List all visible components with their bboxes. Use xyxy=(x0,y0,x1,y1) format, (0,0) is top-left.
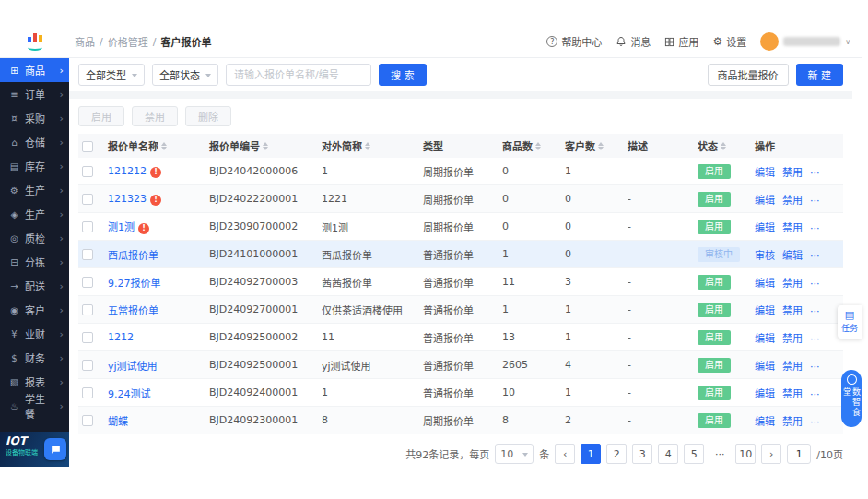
row-action-button[interactable]: 编辑 xyxy=(782,250,803,262)
page-button-2[interactable]: 2 xyxy=(606,444,627,464)
table-row[interactable]: 五常报价单BJD24092700001仅供茶适酒楼使用普通报价单11-启用编辑禁… xyxy=(78,296,843,324)
sidebar-item-customers[interactable]: ◉客户› xyxy=(0,298,69,322)
page-button-5[interactable]: 5 xyxy=(684,444,704,464)
brand-logo[interactable] xyxy=(0,26,69,57)
service-widget[interactable]: 数智食堂 xyxy=(841,370,862,427)
type-filter-select[interactable]: 全部类型 xyxy=(78,64,145,86)
quote-name-link[interactable]: 1212 xyxy=(108,331,134,343)
row-action-button[interactable]: 编辑 xyxy=(755,333,775,345)
user-menu[interactable]: ∨ xyxy=(760,32,850,51)
row-checkbox[interactable] xyxy=(82,194,93,205)
row-action-button[interactable]: 编辑 xyxy=(755,388,775,400)
page-jump-input[interactable] xyxy=(787,444,811,464)
row-checkbox[interactable] xyxy=(82,360,93,371)
row-action-button[interactable]: 禁用 xyxy=(782,305,803,317)
select-all-checkbox[interactable] xyxy=(82,141,93,152)
row-checkbox[interactable] xyxy=(82,277,93,288)
row-checkbox[interactable] xyxy=(82,249,93,260)
row-action-button[interactable]: 审核 xyxy=(755,250,775,262)
more-actions-button[interactable]: ··· xyxy=(810,250,820,262)
status-filter-select[interactable]: 全部状态 xyxy=(152,64,218,86)
quote-name-link[interactable]: 五常报价单 xyxy=(108,305,158,317)
sidebar-item-goods[interactable]: ⊞商品› xyxy=(0,58,69,82)
page-ellipsis[interactable]: ··· xyxy=(710,444,730,464)
more-actions-button[interactable]: ··· xyxy=(810,167,820,179)
table-row[interactable]: 西瓜报价单BJD24101000001西瓜报价单普通报价单10-审核中审核编辑·… xyxy=(78,241,843,268)
row-checkbox[interactable] xyxy=(82,332,93,343)
more-actions-button[interactable]: ··· xyxy=(810,361,820,373)
row-action-button[interactable]: 禁用 xyxy=(782,388,803,400)
sort-icon[interactable] xyxy=(535,139,541,153)
row-checkbox[interactable] xyxy=(82,166,93,177)
search-button[interactable]: 搜 索 xyxy=(379,64,427,86)
sidebar-item-purchase[interactable]: ¤采购› xyxy=(0,106,69,130)
settings-button[interactable]: ⚙ 设置 xyxy=(712,34,746,49)
row-action-button[interactable]: 编辑 xyxy=(755,305,775,317)
more-actions-button[interactable]: ··· xyxy=(810,278,820,290)
sidebar-item-production[interactable]: ⚙生产› xyxy=(0,178,69,202)
row-action-button[interactable]: 编辑 xyxy=(755,167,775,179)
row-action-button[interactable]: 禁用 xyxy=(782,195,803,207)
row-action-button[interactable]: 编辑 xyxy=(755,361,775,373)
more-actions-button[interactable]: ··· xyxy=(810,333,820,345)
quote-name-link[interactable]: 测1测 xyxy=(108,221,135,233)
row-action-button[interactable]: 编辑 xyxy=(755,195,775,207)
sidebar-item-orders[interactable]: ≡订单› xyxy=(0,82,69,106)
bulk-enable-button[interactable]: 启用 xyxy=(78,106,124,126)
sort-icon[interactable] xyxy=(598,139,604,153)
batch-quote-button[interactable]: 商品批量报价 xyxy=(708,64,789,86)
quote-name-link[interactable]: yj测试使用 xyxy=(108,361,158,373)
row-action-button[interactable]: 禁用 xyxy=(782,361,803,373)
column-header[interactable]: 客户数 xyxy=(561,138,624,153)
quote-name-link[interactable]: 9.24测试 xyxy=(108,388,151,400)
table-row[interactable]: 9.27报价单BJD24092700003茜茜报价单普通报价单113-启用编辑禁… xyxy=(78,268,843,296)
new-button[interactable]: 新 建 xyxy=(796,64,844,86)
table-row[interactable]: 9.24测试BJD240924000011普通报价单101-启用编辑禁用··· xyxy=(78,379,843,407)
sidebar-item-finance[interactable]: $财务› xyxy=(0,346,69,370)
breadcrumb-item-price-management[interactable]: 价格管理 xyxy=(108,34,148,49)
sort-icon[interactable] xyxy=(161,139,167,153)
column-header[interactable]: 对外简称 xyxy=(318,138,419,153)
more-actions-button[interactable]: ··· xyxy=(810,416,820,428)
quote-name-link[interactable]: 蝴蝶 xyxy=(108,416,128,428)
breadcrumb-item-goods[interactable]: 商品 xyxy=(75,34,95,49)
more-actions-button[interactable]: ··· xyxy=(810,305,820,317)
task-widget[interactable]: ▤ 任务 xyxy=(838,305,862,339)
row-action-button[interactable]: 编辑 xyxy=(755,278,775,290)
row-action-button[interactable]: 禁用 xyxy=(782,222,803,234)
apps-button[interactable]: 应用 xyxy=(664,34,698,49)
column-header[interactable]: 状态 xyxy=(694,138,751,153)
sort-icon[interactable] xyxy=(721,139,726,153)
bulk-delete-button[interactable]: 删除 xyxy=(185,106,231,126)
table-row[interactable]: 测1测!BJD23090700002测1测周期报价单00-启用编辑禁用··· xyxy=(78,213,843,241)
table-row[interactable]: 蝴蝶BJD240923000018周期报价单82-启用编辑禁用··· xyxy=(78,407,843,434)
sidebar-item-production-alt[interactable]: ◈生产› xyxy=(0,202,69,226)
sidebar-item-sorting[interactable]: ⊟分拣› xyxy=(0,250,69,274)
sidebar-item-business-finance[interactable]: ¥业财› xyxy=(0,322,69,346)
quote-name-link[interactable]: 121212 xyxy=(108,165,147,177)
column-header[interactable]: 报价单名称 xyxy=(104,138,205,153)
sidebar-item-quality[interactable]: ◎质检› xyxy=(0,226,69,250)
row-action-button[interactable]: 编辑 xyxy=(755,222,775,234)
table-row[interactable]: 121212!BJD240420000061周期报价单01-启用编辑禁用··· xyxy=(78,158,843,185)
quote-name-link[interactable]: 9.27报价单 xyxy=(108,278,161,290)
row-action-button[interactable]: 禁用 xyxy=(782,333,803,345)
sidebar-item-inventory[interactable]: ▤库存› xyxy=(0,154,69,178)
bulk-disable-button[interactable]: 禁用 xyxy=(132,106,178,126)
row-action-button[interactable]: 禁用 xyxy=(782,278,803,290)
column-header[interactable]: 商品数 xyxy=(499,138,561,153)
row-action-button[interactable]: 禁用 xyxy=(782,416,803,428)
page-button-10[interactable]: 10 xyxy=(735,444,756,464)
row-checkbox[interactable] xyxy=(82,415,93,426)
column-header[interactable]: 报价单编号 xyxy=(205,138,318,153)
iot-chat-button[interactable] xyxy=(44,438,66,460)
help-center-button[interactable]: ? 帮助中心 xyxy=(546,34,602,49)
quote-name-link[interactable]: 121323 xyxy=(108,193,147,205)
row-checkbox[interactable] xyxy=(82,221,93,232)
page-button-1[interactable]: 1 xyxy=(581,444,601,464)
sort-icon[interactable] xyxy=(263,139,268,153)
page-size-select[interactable]: 10 xyxy=(495,444,534,464)
page-button-3[interactable]: 3 xyxy=(632,444,652,464)
more-actions-button[interactable]: ··· xyxy=(810,195,820,207)
table-row[interactable]: yj测试使用BJD24092500001yj测试使用普通报价单26054-启用编… xyxy=(78,351,843,379)
